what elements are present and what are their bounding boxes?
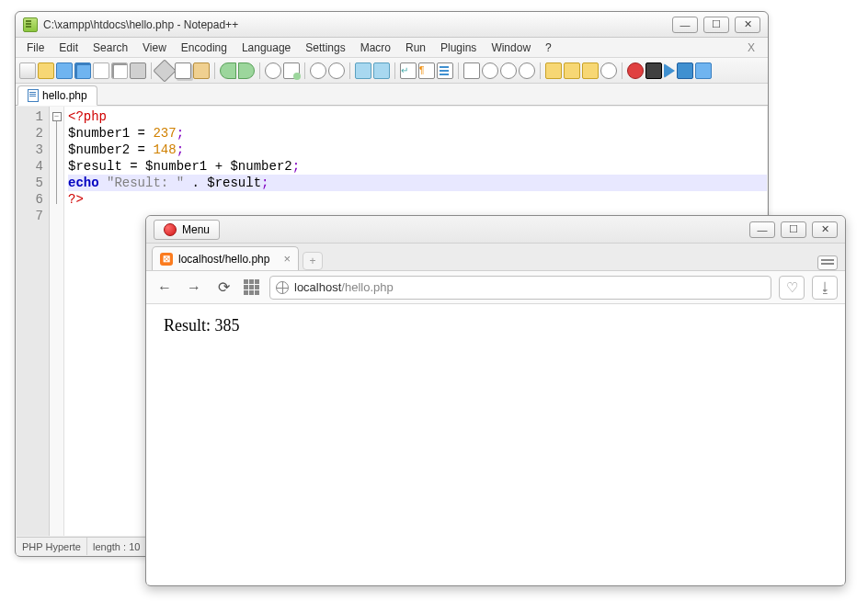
close-button[interactable]: ✕ (735, 17, 760, 33)
tab-label: hello.php (42, 89, 87, 102)
opera-menu-label: Menu (182, 223, 210, 236)
line-number: 2 (17, 125, 43, 142)
status-language: PHP Hyperte (17, 538, 87, 555)
toolbar-separator (458, 62, 459, 79)
bookmark-heart-icon[interactable]: ♡ (779, 276, 805, 300)
maximize-button[interactable]: ☐ (781, 221, 806, 238)
save-all-icon[interactable] (74, 62, 91, 79)
url-text: localhost/hello.php (294, 280, 394, 294)
menu-settings[interactable]: Settings (298, 40, 352, 56)
minimize-button[interactable]: — (672, 17, 698, 33)
doc-map-icon[interactable] (545, 62, 562, 79)
folder-workspace-icon[interactable] (582, 62, 599, 79)
tab-menu-icon[interactable] (817, 255, 838, 270)
toolbar-separator (259, 62, 260, 79)
tab-localhost-hello[interactable]: ⊠ localhost/hello.php × (152, 246, 299, 270)
minimize-button[interactable]: — (749, 221, 775, 238)
maximize-button[interactable]: ☐ (703, 17, 729, 33)
xampp-favicon-icon: ⊠ (160, 253, 173, 266)
func-list-icon[interactable] (564, 62, 580, 79)
menu-window[interactable]: Window (484, 40, 538, 56)
speed-dial-icon[interactable] (242, 278, 262, 298)
fold-current-icon[interactable] (519, 62, 535, 79)
toolbar-separator (304, 62, 305, 79)
paste-icon[interactable] (193, 62, 210, 79)
line-number: 3 (17, 142, 43, 158)
menu-macro[interactable]: Macro (353, 40, 398, 56)
cut-icon[interactable] (153, 59, 176, 82)
save-macro-icon[interactable] (695, 62, 712, 79)
user-lang-icon[interactable] (463, 62, 480, 79)
redo-icon[interactable] (238, 62, 255, 79)
opera-window-controls: — ☐ ✕ (749, 221, 838, 238)
save-icon[interactable] (56, 62, 73, 79)
toolbar-separator (540, 62, 541, 79)
menubar-close-button[interactable]: X (738, 40, 764, 56)
forward-button[interactable]: → (183, 277, 205, 299)
code-line-4: $result = $number1 + $number2; (68, 158, 767, 175)
notepadpp-tabbar: hello.php (16, 84, 768, 106)
replace-icon[interactable] (283, 62, 300, 79)
fold-gutter: − (50, 107, 64, 536)
menu-plugins[interactable]: Plugins (433, 40, 484, 56)
open-file-icon[interactable] (38, 62, 54, 79)
notepadpp-toolbar (16, 58, 768, 84)
notepadpp-menubar: File Edit Search View Encoding Language … (16, 38, 768, 58)
fold-line (56, 121, 57, 204)
opera-menu-button[interactable]: Menu (154, 220, 220, 240)
tab-title: localhost/hello.php (178, 253, 269, 266)
opera-toolbar: ← → ⟳ localhost/hello.php ♡ ⭳ (146, 271, 845, 304)
print-icon[interactable] (130, 62, 146, 79)
menu-view[interactable]: View (135, 40, 174, 56)
menu-encoding[interactable]: Encoding (174, 40, 234, 56)
sync-scroll-icon[interactable] (355, 62, 371, 79)
close-button[interactable]: ✕ (812, 221, 838, 238)
toolbar-separator (151, 62, 152, 79)
stop-macro-icon[interactable] (645, 62, 662, 79)
tab-close-icon[interactable]: × (283, 252, 291, 266)
undo-icon[interactable] (220, 62, 236, 79)
zoom-in-icon[interactable] (310, 62, 326, 79)
menu-run[interactable]: Run (398, 40, 433, 56)
fold-toggle-icon[interactable]: − (52, 112, 62, 121)
site-info-icon[interactable] (276, 281, 289, 294)
sync-scroll-h-icon[interactable] (373, 62, 390, 79)
line-number: 4 (17, 158, 43, 175)
toolbar-separator (622, 62, 622, 79)
back-button[interactable]: ← (154, 277, 176, 299)
close-all-icon[interactable] (111, 62, 128, 79)
code-line-6: ?> (68, 191, 767, 208)
word-wrap-icon[interactable] (400, 62, 417, 79)
find-icon[interactable] (265, 62, 281, 79)
fold-all-icon[interactable] (482, 62, 498, 79)
copy-icon[interactable] (175, 62, 191, 79)
notepadpp-titlebar: C:\xampp\htdocs\hello.php - Notepad++ — … (16, 12, 768, 38)
play-macro-multi-icon[interactable] (677, 62, 693, 79)
code-line-3: $number2 = 148; (68, 142, 767, 158)
line-number: 5 (17, 175, 43, 191)
record-macro-icon[interactable] (627, 62, 644, 79)
tab-hello-php[interactable]: hello.php (17, 85, 97, 106)
close-file-icon[interactable] (93, 62, 109, 79)
unfold-all-icon[interactable] (500, 62, 517, 79)
new-file-icon[interactable] (19, 62, 36, 79)
show-invisibles-icon[interactable] (418, 62, 435, 79)
menu-file[interactable]: File (19, 40, 51, 56)
menu-search[interactable]: Search (86, 40, 135, 56)
menu-help[interactable]: ? (538, 40, 559, 56)
menu-edit[interactable]: Edit (51, 40, 86, 56)
reload-button[interactable]: ⟳ (212, 277, 234, 299)
menu-language[interactable]: Language (234, 40, 298, 56)
indent-guide-icon[interactable] (437, 62, 453, 79)
monitoring-icon[interactable] (600, 62, 617, 79)
downloads-icon[interactable]: ⭳ (812, 276, 838, 300)
address-bar[interactable]: localhost/hello.php (269, 276, 771, 300)
opera-logo-icon (164, 223, 177, 236)
code-line-5: echo "Result: " . $result; (68, 175, 767, 191)
opera-tabbar: ⊠ localhost/hello.php × + (146, 244, 845, 271)
play-macro-icon[interactable] (664, 63, 675, 78)
page-content: Result: 385 (147, 305, 844, 584)
php-output-text: Result: 385 (164, 316, 240, 335)
zoom-out-icon[interactable] (328, 62, 345, 79)
new-tab-button[interactable]: + (303, 252, 323, 270)
